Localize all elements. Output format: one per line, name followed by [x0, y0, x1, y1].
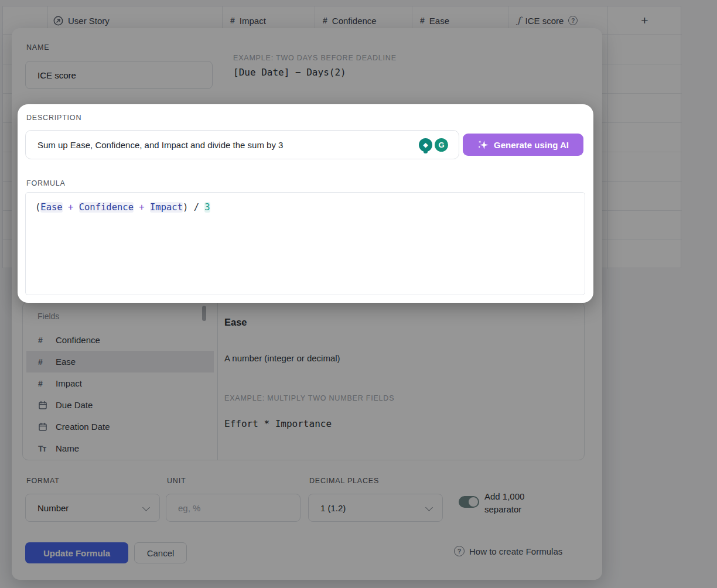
suggestion-badge-icon[interactable]: ◆: [419, 138, 432, 152]
formula-token-number: 3: [204, 202, 210, 213]
description-label: DESCRIPTION: [26, 114, 81, 122]
generate-ai-label: Generate using AI: [494, 140, 569, 150]
formula-token-operator: +: [134, 202, 150, 213]
description-value: Sum up Ease, Confidence, and Impact and …: [37, 140, 283, 150]
formula-token: ): [183, 202, 188, 213]
formula-editor[interactable]: (Ease + Confidence + Impact) / 3: [25, 192, 585, 295]
spotlight-panel: DESCRIPTION Sum up Ease, Confidence, and…: [18, 104, 593, 303]
sparkle-icon: [477, 139, 489, 151]
writing-assistant-badges: ◆ G: [419, 138, 448, 152]
formula-token-field: Ease: [40, 202, 62, 213]
formula-token-operator: +: [63, 202, 79, 213]
screen: User Story # Impact # Confidence # Ease …: [0, 0, 717, 588]
generate-using-ai-button[interactable]: Generate using AI: [463, 134, 583, 156]
formula-token-field: Impact: [150, 202, 183, 213]
formula-token-operator: /: [188, 202, 204, 213]
formula-token: (: [35, 202, 40, 213]
grammarly-icon[interactable]: G: [435, 138, 448, 152]
formula-expression: (Ease + Confidence + Impact) / 3: [35, 202, 210, 213]
description-input[interactable]: Sum up Ease, Confidence, and Impact and …: [25, 130, 459, 159]
formula-label: FORMULA: [26, 179, 66, 187]
formula-token-field: Confidence: [79, 202, 134, 213]
